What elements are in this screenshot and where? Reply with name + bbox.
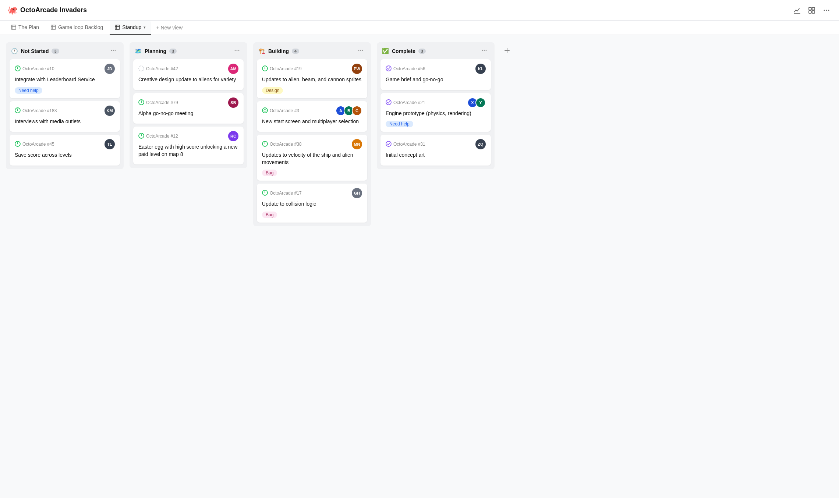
card-id-area: OctoArcade #12 [138, 133, 178, 139]
card-id-area: OctoArcade #42 [138, 65, 178, 72]
avatar: SB [228, 97, 238, 108]
card-octoarcade-#183[interactable]: OctoArcade #183 KM Interviews with media… [10, 101, 120, 132]
svg-point-29 [235, 50, 236, 51]
svg-point-57 [386, 100, 391, 105]
svg-point-38 [141, 135, 142, 136]
card-octoarcade-#10[interactable]: OctoArcade #10 JD Integrate with Leaderb… [10, 59, 120, 98]
tab-standup-dropdown-icon[interactable]: ▾ [144, 25, 146, 30]
tab-game-loop-backlog[interactable]: Game loop Backlog [46, 21, 108, 35]
card-header: OctoArcade #38 MN [262, 139, 362, 149]
tab-the-plan-label: The Plan [18, 24, 39, 30]
card-status-icon [15, 141, 21, 148]
column-header-left: 🕐 Not Started 3 [11, 48, 59, 54]
column-menu-button[interactable] [232, 47, 242, 56]
column-title: Complete [392, 48, 415, 54]
status-building-icon [262, 107, 268, 113]
column-count: 3 [169, 49, 177, 54]
more-options-button[interactable] [821, 5, 832, 15]
svg-point-49 [265, 143, 265, 144]
card-octoarcade-#19[interactable]: OctoArcade #19 PW Updates to alien, beam… [257, 59, 367, 98]
column-header: ✅ Complete 3 [377, 42, 495, 59]
tab-standup[interactable]: Standup ▾ [110, 21, 151, 35]
column-menu-button[interactable] [479, 47, 489, 56]
card-tag: Design [262, 87, 283, 94]
app-title-area: 🐙 OctoArcade Invaders [7, 6, 87, 15]
card-octoarcade-#38[interactable]: OctoArcade #38 MN Updates to velocity of… [257, 135, 367, 181]
card-tag: Bug [262, 212, 277, 218]
card-octoarcade-#21[interactable]: OctoArcade #21 XY Engine prototype (phys… [380, 93, 491, 132]
avatar: ZQ [475, 139, 486, 149]
column-building: 🏗️ Building 4 OctoArcade #19 PW Updates … [253, 42, 371, 226]
svg-point-44 [265, 68, 265, 69]
add-new-view-button[interactable]: + New view [152, 21, 186, 34]
card-octoarcade-#17[interactable]: OctoArcade #17 GH Update to collision lo… [257, 184, 367, 223]
svg-rect-1 [809, 7, 811, 10]
card-title: Initial concept art [386, 152, 486, 159]
card-id: OctoArcade #79 [146, 100, 178, 105]
avatar: C [352, 106, 362, 116]
avatar: Y [475, 97, 486, 108]
card-id-area: OctoArcade #17 [262, 190, 302, 196]
column-complete: ✅ Complete 3 OctoArcade #56 KL Game brie… [377, 42, 495, 169]
card-octoarcade-#31[interactable]: OctoArcade #31 ZQ Initial concept art [380, 135, 491, 166]
card-title: Interviews with media outlets [15, 118, 115, 125]
card-header: OctoArcade #3 ABC [262, 106, 362, 116]
svg-point-7 [828, 10, 829, 11]
svg-point-45 [262, 108, 268, 113]
column-header-left: 🏗️ Building 4 [258, 48, 299, 54]
card-header: OctoArcade #17 GH [262, 188, 362, 198]
card-id: OctoArcade #42 [146, 66, 178, 71]
column-cards: OctoArcade #19 PW Updates to alien, beam… [253, 59, 371, 226]
avatar: KL [475, 64, 486, 74]
svg-point-53 [482, 50, 483, 51]
card-id-area: OctoArcade #10 [15, 65, 54, 72]
svg-point-35 [141, 102, 142, 102]
card-id-area: OctoArcade #31 [386, 141, 425, 148]
column-title: Planning [145, 48, 166, 54]
column-count: 3 [52, 49, 59, 54]
card-id-area: OctoArcade #79 [138, 99, 178, 106]
avatar: MN [352, 139, 362, 149]
column-count: 3 [418, 49, 426, 54]
add-column-button[interactable] [500, 44, 514, 57]
tab-the-plan[interactable]: The Plan [6, 21, 44, 35]
column-planning: 🗺️ Planning 3 OctoArcade #42 AM Creative… [130, 42, 247, 168]
card-id: OctoArcade #38 [270, 142, 302, 147]
status-not-started-icon [138, 99, 144, 105]
card-id-area: OctoArcade #19 [262, 65, 302, 72]
card-octoarcade-#56[interactable]: OctoArcade #56 KL Game brief and go-no-g… [380, 59, 491, 90]
card-octoarcade-#42[interactable]: OctoArcade #42 AM Creative design update… [133, 59, 244, 90]
column-menu-button[interactable] [355, 47, 366, 56]
card-octoarcade-#79[interactable]: OctoArcade #79 SB Alpha go-no-go meeting [133, 93, 244, 124]
card-tag: Bug [262, 170, 277, 176]
svg-rect-11 [51, 25, 56, 29]
status-not-started-icon [15, 141, 21, 147]
card-status-icon [138, 99, 144, 106]
card-id: OctoArcade #45 [22, 142, 54, 147]
column-menu-button[interactable] [108, 47, 118, 56]
card-octoarcade-#45[interactable]: OctoArcade #45 TL Save score across leve… [10, 135, 120, 166]
card-id: OctoArcade #31 [393, 142, 425, 147]
svg-point-25 [17, 110, 18, 110]
chart-icon-button[interactable] [792, 5, 802, 15]
layout-icon-button[interactable] [807, 5, 817, 15]
avatar: JD [105, 64, 115, 74]
app-title: OctoArcade Invaders [20, 6, 87, 14]
svg-point-19 [115, 50, 116, 51]
svg-point-40 [360, 50, 361, 51]
status-complete-icon [386, 141, 392, 147]
card-header: OctoArcade #183 KM [15, 106, 115, 116]
card-octoarcade-#12[interactable]: OctoArcade #12 RC Easter egg with high s… [133, 127, 244, 164]
card-id: OctoArcade #19 [270, 66, 302, 71]
card-title: Easter egg with high score unlocking a n… [138, 143, 238, 158]
header-actions [792, 5, 832, 15]
card-status-icon [262, 190, 268, 196]
card-id-area: OctoArcade #183 [15, 107, 57, 114]
card-status-icon [15, 107, 21, 114]
app-header: 🐙 OctoArcade Invaders [0, 0, 839, 21]
card-octoarcade-#3[interactable]: OctoArcade #3 ABC New start screen and m… [257, 101, 367, 132]
card-header: OctoArcade #12 RC [138, 131, 238, 141]
column-cards: OctoArcade #42 AM Creative design update… [130, 59, 247, 168]
card-status-icon [262, 65, 268, 72]
card-title: Game brief and go-no-go [386, 76, 486, 84]
